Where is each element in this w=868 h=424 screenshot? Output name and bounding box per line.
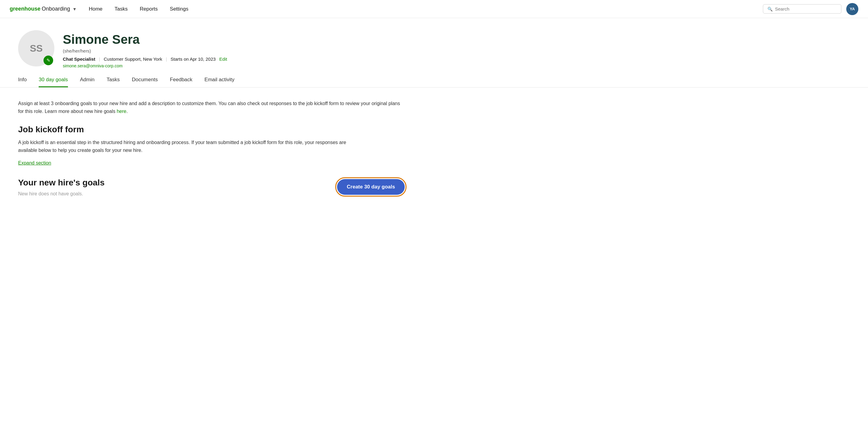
tabs-container: Info 30 day goals Admin Tasks Documents …	[0, 68, 868, 88]
profile-department: Customer Support, New York	[103, 57, 162, 62]
profile-email[interactable]: simone.sera@omniva-corp.com	[63, 63, 227, 68]
tab-info[interactable]: Info	[18, 77, 27, 87]
here-link[interactable]: here	[117, 109, 126, 114]
profile-title: Chat Specialist	[63, 57, 95, 62]
navbar: greenhouse Onboarding ▼ Home Tasks Repor…	[0, 0, 868, 18]
job-kickoff-body: A job kickoff is an essential step in th…	[18, 139, 350, 154]
description-text: Assign at least 3 onboarding goals to yo…	[18, 100, 405, 115]
search-icon: 🔍	[768, 7, 773, 11]
tab-admin[interactable]: Admin	[80, 77, 95, 87]
profile-pronouns: (she/her/hers)	[63, 48, 227, 54]
logo[interactable]: greenhouse Onboarding ▼	[10, 6, 77, 12]
tasks-link[interactable]: Tasks	[115, 6, 127, 12]
goals-row: Your new hire's goals New hire does not …	[18, 178, 405, 196]
tab-documents[interactable]: Documents	[132, 77, 158, 87]
avatar-container: SS ✎	[18, 30, 54, 66]
tabs: Info 30 day goals Admin Tasks Documents …	[18, 77, 850, 87]
meta-separator-1: |	[99, 57, 100, 62]
profile-info: Simone Sera (she/her/hers) Chat Speciali…	[63, 30, 227, 68]
goals-left: Your new hire's goals New hire does not …	[18, 178, 104, 196]
logo-onboarding: Onboarding	[42, 6, 70, 12]
tab-email-activity[interactable]: Email activity	[205, 77, 235, 87]
expand-section-link[interactable]: Expand section	[18, 160, 51, 166]
goals-empty: New hire does not have goals.	[18, 191, 104, 196]
logo-greenhouse: greenhouse	[10, 6, 40, 12]
home-link[interactable]: Home	[89, 6, 102, 12]
job-kickoff-title: Job kickoff form	[18, 125, 405, 134]
main-content: Assign at least 3 onboarding goals to yo…	[0, 88, 423, 208]
avatar[interactable]: YA	[846, 3, 858, 15]
profile-section: SS ✎ Simone Sera (she/her/hers) Chat Spe…	[0, 18, 868, 68]
profile-name: Simone Sera	[63, 33, 227, 47]
meta-separator-2: |	[166, 57, 167, 62]
settings-link[interactable]: Settings	[170, 6, 188, 12]
edit-profile-link[interactable]: Edit	[219, 57, 227, 62]
goals-title: Your new hire's goals	[18, 178, 104, 187]
tab-30-day-goals[interactable]: 30 day goals	[39, 77, 68, 87]
nav-right: 🔍 YA	[763, 3, 858, 15]
reports-link[interactable]: Reports	[140, 6, 158, 12]
tab-tasks[interactable]: Tasks	[106, 77, 120, 87]
tab-feedback[interactable]: Feedback	[170, 77, 192, 87]
profile-starts: Starts on Apr 10, 2023	[170, 57, 216, 62]
profile-meta: Chat Specialist | Customer Support, New …	[63, 57, 227, 62]
search-input[interactable]	[775, 6, 837, 11]
nav-links: Home Tasks Reports Settings	[89, 6, 188, 12]
search-box[interactable]: 🔍	[763, 4, 841, 13]
chevron-down-icon: ▼	[72, 7, 77, 11]
edit-avatar-button[interactable]: ✎	[43, 56, 53, 65]
create-30-day-goals-button[interactable]: Create 30 day goals	[337, 179, 405, 195]
